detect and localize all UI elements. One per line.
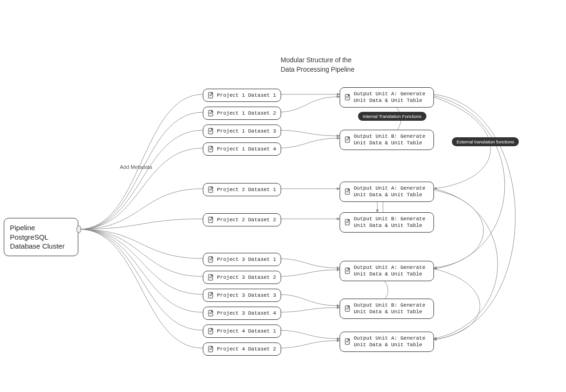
document-icon <box>208 256 214 263</box>
output-p2b: Output Unit B: Generate Unit Data & Unit… <box>340 212 434 233</box>
metadata-label: Add Metadata <box>120 164 152 170</box>
dataset-p1d4: Project 1 Dataset 4 <box>203 142 281 156</box>
dataset-label: Project 3 Dataset 2 <box>217 275 276 280</box>
output-p1b: Output Unit B: Generate Unit Data & Unit… <box>340 130 434 150</box>
output-label: Output Unit A: Generate Unit Data & Unit… <box>354 91 429 104</box>
db-cluster-node: Pipeline PostgreSQL Database Cluster <box>4 218 78 256</box>
output-p2a: Output Unit A: Generate Unit Data & Unit… <box>340 182 434 202</box>
document-icon <box>345 267 350 274</box>
dataset-p2d2: Project 2 Dataset 2 <box>203 213 281 226</box>
dataset-label: Project 4 Dataset 1 <box>217 328 276 334</box>
output-label: Output Unit A: Generate Unit Data & Unit… <box>354 264 429 278</box>
document-icon <box>208 146 214 152</box>
db-cluster-label: Pipeline PostgreSQL Database Cluster <box>10 223 72 251</box>
cylinder-icon <box>76 225 81 233</box>
external-translation-pill: External translation functions <box>452 137 519 146</box>
dataset-p3d4: Project 3 Dataset 4 <box>203 307 281 320</box>
document-icon <box>345 219 350 225</box>
document-icon <box>345 136 350 143</box>
output-label: Output Unit A: Generate Unit Data & Unit… <box>354 185 429 199</box>
document-icon <box>208 110 214 117</box>
output-p3a: Output Unit A: Generate Unit Data & Unit… <box>340 261 434 281</box>
dataset-p4d1: Project 4 Dataset 1 <box>203 325 281 338</box>
dataset-p3d2: Project 3 Dataset 2 <box>203 271 281 284</box>
dataset-label: Project 1 Dataset 1 <box>217 92 276 98</box>
output-label: Output Unit B: Generate Unit Data & Unit… <box>354 133 429 147</box>
title-line-2: Data Processing Pipeline <box>281 66 354 73</box>
document-icon <box>208 310 214 317</box>
dataset-p3d1: Project 3 Dataset 1 <box>203 253 281 266</box>
document-icon <box>208 186 214 193</box>
document-icon <box>345 188 350 195</box>
title-line-1: Modular Structure of the <box>281 56 351 64</box>
document-icon <box>345 338 350 345</box>
dataset-p1d2: Project 1 Dataset 2 <box>203 107 281 120</box>
dataset-label: Project 3 Dataset 4 <box>217 310 276 316</box>
dataset-label: Project 2 Dataset 2 <box>217 217 276 223</box>
dataset-p1d3: Project 1 Dataset 3 <box>203 125 281 138</box>
document-icon <box>208 274 214 281</box>
dataset-p1d1: Project 1 Dataset 1 <box>203 89 281 102</box>
dataset-label: Project 1 Dataset 4 <box>217 146 276 152</box>
document-icon <box>208 328 214 334</box>
dataset-label: Project 4 Dataset 2 <box>217 346 276 352</box>
document-icon <box>208 346 214 352</box>
document-icon <box>208 292 214 299</box>
output-label: Output Unit B: Generate Unit Data & Unit… <box>354 216 429 229</box>
document-icon <box>208 92 214 99</box>
dataset-label: Project 1 Dataset 2 <box>217 110 276 116</box>
dataset-label: Project 1 Dataset 3 <box>217 128 276 134</box>
output-p1a: Output Unit A: Generate Unit Data & Unit… <box>340 87 434 108</box>
document-icon <box>345 94 350 100</box>
document-icon <box>345 305 350 312</box>
dataset-p3d3: Project 3 Dataset 3 <box>203 289 281 302</box>
dataset-label: Project 3 Dataset 3 <box>217 292 276 298</box>
dataset-p2d1: Project 2 Dataset 1 <box>203 183 281 196</box>
diagram-title: Modular Structure of the Data Processing… <box>281 56 354 74</box>
dataset-label: Project 3 Dataset 1 <box>217 257 276 262</box>
internal-translation-pill: Internal Translation Functions <box>358 112 426 121</box>
dataset-label: Project 2 Dataset 1 <box>217 187 276 192</box>
output-p3b: Output Unit B: Generate Unit Data & Unit… <box>340 299 434 319</box>
output-p4a: Output Unit A: Generate Unit Data & Unit… <box>340 332 434 352</box>
document-icon <box>208 217 214 223</box>
document-icon <box>208 128 214 134</box>
dataset-p4d2: Project 4 Dataset 2 <box>203 342 281 356</box>
output-label: Output Unit B: Generate Unit Data & Unit… <box>354 302 429 316</box>
output-label: Output Unit A: Generate Unit Data & Unit… <box>354 335 429 349</box>
